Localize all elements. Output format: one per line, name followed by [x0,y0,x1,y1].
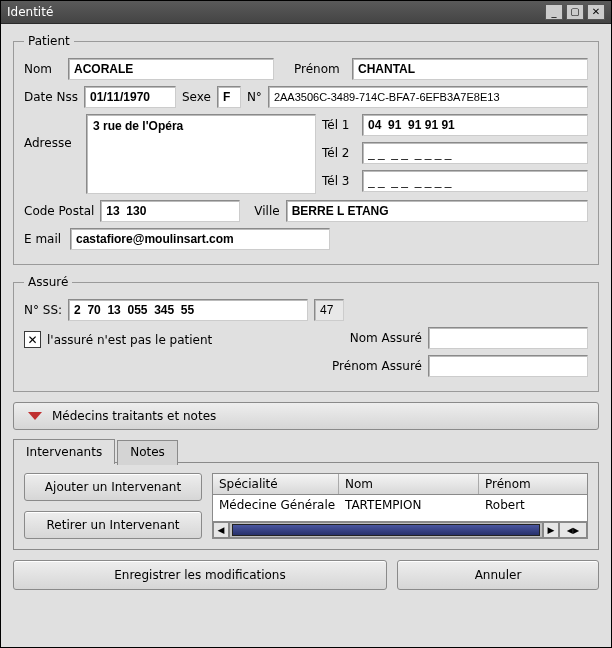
tab-intervenants[interactable]: Intervenants [13,439,115,464]
datenss-label: Date Nss [24,90,78,104]
nss-key-field[interactable] [314,299,344,321]
maximize-icon[interactable]: ▢ [566,4,584,20]
identity-window: Identité _ ▢ ✕ Patient Nom Prénom Date N… [0,0,612,648]
chevron-down-icon [28,412,42,420]
medecins-toggle-label: Médecins traitants et notes [52,409,216,423]
patient-group: Patient Nom Prénom Date Nss Sexe N° Adre… [13,34,599,265]
window-title: Identité [7,5,545,19]
assure-legend: Assuré [24,275,72,289]
sexe-field[interactable] [217,86,241,108]
sexe-label: Sexe [182,90,211,104]
minimize-icon[interactable]: _ [545,4,563,20]
tel1-field[interactable] [362,114,588,136]
scroll-left-icon[interactable]: ◀ [213,522,229,538]
tel1-label: Tél 1 [322,118,356,132]
scroll-right-icon[interactable]: ▶ [543,522,559,538]
datenss-field[interactable] [84,86,176,108]
cp-field[interactable] [100,200,240,222]
close-icon[interactable]: ✕ [587,4,605,20]
cancel-button[interactable]: Annuler [397,560,599,590]
tel2-label: Tél 2 [322,146,356,160]
nom-assure-field[interactable] [428,327,588,349]
svg-marker-0 [28,412,42,420]
table-row[interactable]: Médecine Générale TARTEMPION Robert [213,495,587,515]
prenom-assure-label: Prénom Assuré [332,359,422,373]
adresse-field[interactable] [86,114,316,194]
scroll-thumb[interactable] [232,524,540,536]
tel2-field[interactable] [362,142,588,164]
col-nom[interactable]: Nom [339,474,479,494]
nom-label: Nom [24,62,62,76]
not-patient-label: l'assuré n'est pas le patient [47,333,212,347]
prenom-label: Prénom [294,62,346,76]
tel3-label: Tél 3 [322,174,356,188]
save-button[interactable]: Enregistrer les modifications [13,560,387,590]
add-intervenant-button[interactable]: Ajouter un Intervenant [24,473,202,501]
intervenants-table: Spécialité Nom Prénom Médecine Générale … [212,473,588,539]
ville-field[interactable] [286,200,588,222]
cell-specialite: Médecine Générale [213,495,339,515]
cell-nom: TARTEMPION [339,495,479,515]
col-specialite[interactable]: Spécialité [213,474,339,494]
titlebar[interactable]: Identité _ ▢ ✕ [1,1,611,24]
assure-group: Assuré N° SS: ✕ l'assuré n'est pas le pa… [13,275,599,392]
ville-label: Ville [254,204,279,218]
prenom-field[interactable] [352,58,588,80]
cp-label: Code Postal [24,204,94,218]
scroll-step-icon[interactable]: ◀▶ [559,522,587,538]
adresse-label: Adresse [24,136,80,150]
tel3-field[interactable] [362,170,588,192]
nom-field[interactable] [68,58,274,80]
tab-notes[interactable]: Notes [117,440,178,465]
prenom-assure-field[interactable] [428,355,588,377]
nom-assure-label: Nom Assuré [350,331,422,345]
email-field[interactable] [70,228,330,250]
cell-prenom: Robert [479,495,587,515]
remove-intervenant-button[interactable]: Retirer un Intervenant [24,511,202,539]
medecins-toggle-button[interactable]: Médecins traitants et notes [13,402,599,430]
nss-field[interactable] [68,299,308,321]
nss-label: N° SS: [24,303,62,317]
scroll-track[interactable] [229,522,543,538]
n-label: N° [247,90,262,104]
not-patient-checkbox[interactable]: ✕ [24,331,41,348]
patient-legend: Patient [24,34,74,48]
tab-body: Ajouter un Intervenant Retirer un Interv… [13,462,599,550]
hscrollbar[interactable]: ◀ ▶ ◀▶ [213,521,587,538]
n-field[interactable] [268,86,588,108]
col-prenom[interactable]: Prénom [479,474,587,494]
email-label: E mail [24,232,64,246]
